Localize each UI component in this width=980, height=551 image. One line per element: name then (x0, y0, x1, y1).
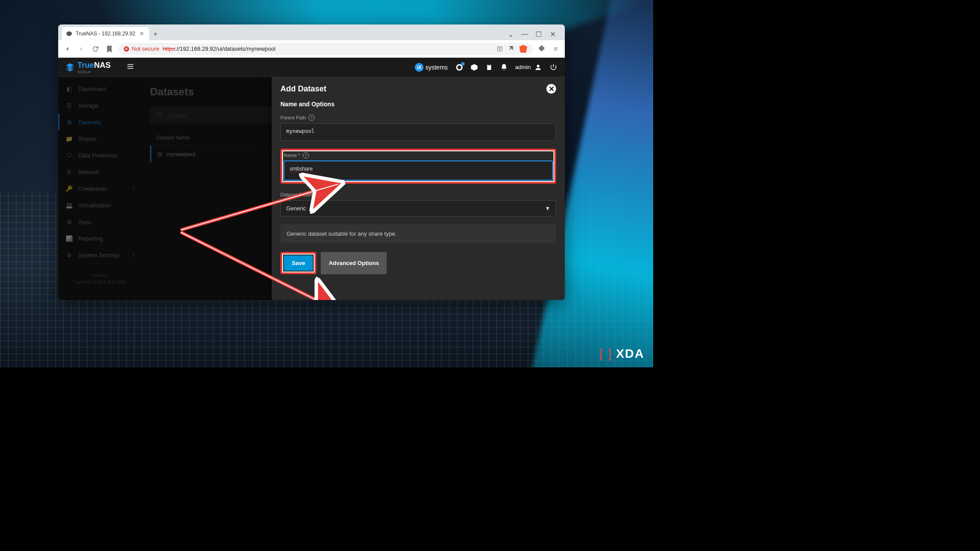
sidebar-item-system-settings[interactable]: ⚙System Settings› (58, 247, 141, 263)
browser-tab-bar: TrueNAS - 192.168.29.92 ✕ + ⌄ — ☐ ✕ (58, 24, 565, 40)
sidebar-item-reporting[interactable]: 📊Reporting (58, 230, 141, 247)
sidebar-item-network[interactable]: ⚲Network (58, 164, 141, 180)
add-dataset-panel: Add Dataset ✕ Name and Options Parent Pa… (272, 77, 565, 300)
svg-point-5 (157, 112, 162, 117)
browser-menu-icon[interactable]: ≡ (551, 44, 560, 54)
security-indicator[interactable]: ✕ Not secure (124, 45, 159, 52)
truenas-logo-icon (65, 63, 75, 72)
warning-icon: ✕ (124, 46, 129, 52)
bookmark-icon[interactable] (105, 44, 114, 54)
sidebar-item-virtualization[interactable]: 💻Virtualization (58, 197, 141, 213)
app-header: TrueNAS SCALE iX systems (58, 58, 565, 77)
svg-rect-2 (487, 65, 491, 70)
tab-title: TrueNAS - 192.168.29.92 (76, 31, 135, 37)
bell-icon[interactable] (500, 63, 508, 72)
ixsystems-logo[interactable]: iX systems (415, 63, 448, 72)
brave-shield-icon[interactable] (519, 45, 527, 53)
user-menu[interactable]: admin (515, 63, 542, 71)
nav-sidebar: ◧Dashboard ☰Storage ⊞Datasets 📁Shares 🛡D… (58, 77, 141, 300)
annotation-highlight-save: Save (280, 252, 316, 274)
cube-icon[interactable] (470, 63, 479, 72)
window-maximize-button[interactable]: ☐ (532, 28, 545, 40)
sidebar-item-dashboard[interactable]: ◧Dashboard (58, 80, 141, 97)
dataset-preset-field: Dataset Preset * ? Generic ▼ (280, 192, 556, 216)
truenas-app: TrueNAS SCALE iX systems (58, 58, 565, 300)
search-icon (156, 111, 164, 119)
status-icon[interactable] (455, 63, 464, 72)
xda-watermark: [ ] XDA (600, 347, 644, 361)
share-icon[interactable] (507, 44, 515, 53)
section-title: Name and Options (280, 101, 556, 108)
dataset-name-input[interactable]: smbshare (284, 161, 553, 180)
browser-tab[interactable]: TrueNAS - 192.168.29.92 ✕ (62, 27, 149, 40)
browser-window: TrueNAS - 192.168.29.92 ✕ + ⌄ — ☐ ✕ ✕ No (58, 24, 565, 300)
url-input[interactable]: ✕ Not secure https://192.168.29.92/ui/da… (119, 43, 532, 55)
svg-rect-3 (488, 64, 490, 65)
nav-reload-button[interactable] (91, 44, 100, 54)
truenas-favicon-icon (66, 31, 72, 37)
sidebar-item-data-protection[interactable]: 🛡Data Protection (58, 147, 141, 164)
sidebar-footer: truenas TrueNAS SCALE ® © 2024 (58, 272, 141, 286)
extensions-icon[interactable] (537, 44, 546, 54)
help-icon[interactable]: ? (318, 192, 324, 198)
parent-path-value: mynewpool (280, 123, 556, 141)
sidebar-item-apps[interactable]: ⊞Apps (58, 213, 141, 230)
panel-title: Add Dataset (280, 84, 326, 94)
parent-path-field: Parent Path ? mynewpool (280, 115, 556, 141)
sidebar-toggle-button[interactable] (126, 63, 137, 72)
url-text: https://192.168.29.92/ui/datasets/mynewp… (163, 45, 276, 52)
svg-point-1 (457, 65, 461, 69)
chevron-down-icon[interactable]: ⌄ (504, 28, 517, 40)
help-icon[interactable]: ? (303, 152, 309, 158)
sidebar-item-credentials[interactable]: 🔑Credentials› (58, 180, 141, 197)
password-key-icon[interactable]: ⚿ (497, 45, 503, 52)
window-minimize-button[interactable]: — (518, 28, 531, 40)
dataset-preset-select[interactable]: Generic ▼ (280, 200, 556, 216)
power-icon[interactable] (549, 63, 558, 72)
save-button[interactable]: Save (284, 255, 313, 271)
dataset-tree-icon: ⊟ (158, 151, 162, 157)
nav-forward-button[interactable] (77, 44, 86, 54)
browser-address-bar: ✕ Not secure https://192.168.29.92/ui/da… (58, 40, 565, 58)
window-close-button[interactable]: ✕ (546, 28, 559, 40)
sidebar-item-storage[interactable]: ☰Storage (58, 97, 141, 114)
user-avatar-icon (534, 63, 542, 71)
svg-point-4 (537, 65, 539, 67)
chevron-down-icon: ▼ (545, 205, 550, 212)
advanced-options-button[interactable]: Advanced Options (321, 252, 387, 274)
nav-back-button[interactable] (63, 44, 72, 54)
sidebar-item-datasets[interactable]: ⊞Datasets (58, 114, 141, 130)
annotation-highlight-name: Name * ? smbshare (280, 149, 556, 184)
clipboard-icon[interactable] (485, 63, 494, 72)
ix-badge-icon: iX (415, 63, 424, 72)
help-icon[interactable]: ? (308, 115, 315, 121)
tab-close-icon[interactable]: ✕ (139, 31, 145, 37)
new-tab-button[interactable]: + (149, 28, 161, 40)
sidebar-item-shares[interactable]: 📁Shares (58, 130, 141, 147)
panel-close-button[interactable]: ✕ (546, 84, 556, 94)
preset-description: Generic dataset suitable for any share t… (280, 224, 556, 243)
truenas-logo[interactable]: TrueNAS SCALE (65, 61, 111, 74)
